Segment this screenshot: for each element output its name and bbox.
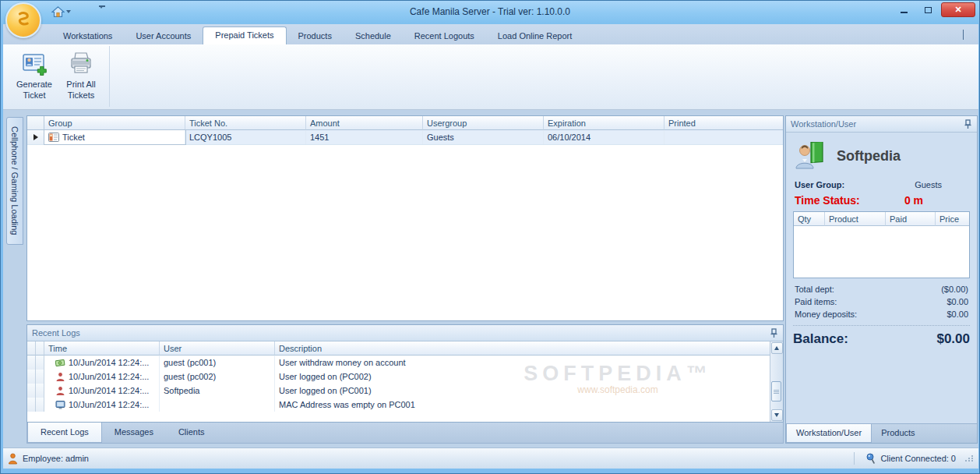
scroll-down-button[interactable] — [771, 409, 783, 421]
logs-tab-strip: Recent Logs Messages Clients — [26, 423, 784, 444]
tab-workstation-user[interactable]: Workstation/User — [786, 424, 872, 443]
generate-ticket-button[interactable]: Generate Ticket — [12, 48, 56, 105]
total-dept-label: Total dept: — [795, 285, 834, 294]
recent-logs-panel: Recent Logs Time User Description — [26, 324, 784, 423]
logs-header-selector-1 — [27, 341, 36, 356]
log-time: 10/Jun/2014 12:24:... — [69, 400, 149, 409]
cell-ticket-no[interactable]: LCQY1005 — [185, 130, 306, 144]
tickets-grid-header: Group Ticket No. Amount Usergroup Expira… — [27, 116, 783, 130]
log-description: User withdraw money on account — [275, 356, 770, 370]
maximize-icon — [925, 7, 932, 13]
tab-load-online-report[interactable]: Load Online Report — [486, 27, 583, 44]
employee-icon — [8, 453, 18, 465]
title-bar: Cafe Manila Server - Trial ver: 1.10.0.0… — [1, 1, 979, 24]
log-description: MAC Address was empty on PC001 — [275, 398, 770, 412]
print-all-tickets-label: Print All Tickets — [59, 80, 103, 101]
column-header-product[interactable]: Product — [825, 212, 886, 226]
collapse-ribbon-button[interactable] — [963, 30, 971, 38]
prepaid-tickets-grid: Group Ticket No. Amount Usergroup Expira… — [26, 115, 784, 321]
tab-cellphone-gaming-loading[interactable]: Cellphone / Gaming Loading — [6, 117, 23, 245]
user-products-table: Qty Product Paid Price — [793, 211, 970, 278]
ribbon-tab-strip: Workstations User Accounts Prepaid Ticke… — [3, 24, 978, 44]
close-icon: ✕ — [954, 5, 961, 14]
tab-recent-logs[interactable]: Recent Logs — [27, 423, 102, 443]
pin-icon[interactable] — [964, 119, 972, 129]
tab-prepaid-tickets[interactable]: Prepaid Tickets — [203, 27, 286, 44]
column-header-amount[interactable]: Amount — [306, 116, 423, 130]
row-arrow-icon — [33, 134, 38, 140]
minimize-icon — [901, 12, 908, 13]
log-user: guest (pc002) — [160, 370, 275, 384]
log-description: User logged on (PC001) — [275, 384, 770, 398]
maximize-button[interactable] — [917, 2, 939, 17]
scrollbar-track[interactable] — [770, 355, 783, 409]
list-item[interactable]: 10/Jun/2014 12:24:... guest (pc002) User… — [27, 370, 770, 384]
column-header-printed[interactable]: Printed — [664, 116, 783, 130]
column-header-time[interactable]: Time — [44, 341, 160, 356]
recent-logs-title-bar: Recent Logs — [27, 325, 783, 341]
list-item[interactable]: 10/Jun/2014 12:24:... MAC Address was em… — [27, 398, 770, 412]
time-status-label: Time Status: — [795, 194, 860, 207]
list-item[interactable]: 10/Jun/2014 12:24:... Softpedia User log… — [27, 384, 770, 398]
header-row-selector — [27, 116, 44, 130]
column-header-ticket-no[interactable]: Ticket No. — [185, 116, 306, 130]
recent-logs-title: Recent Logs — [32, 328, 80, 338]
user-group-label: User Group: — [795, 180, 844, 189]
money-deposits-value: $0.00 — [947, 310, 968, 319]
column-header-qty[interactable]: Qty — [794, 212, 825, 226]
cell-usergroup[interactable]: Guests — [423, 130, 544, 144]
paid-items-label: Paid items: — [795, 297, 837, 306]
workstation-panel-body: Softpedia User Group: Guests Time Status… — [786, 133, 977, 423]
logs-vertical-scrollbar[interactable] — [770, 341, 783, 422]
log-time: 10/Jun/2014 12:24:... — [69, 386, 149, 395]
cell-group-text: Ticket — [62, 133, 85, 142]
cell-amount[interactable]: 1451 — [306, 130, 423, 144]
minimize-button[interactable] — [893, 2, 915, 17]
balance-label: Balance: — [793, 331, 848, 347]
user-icon — [55, 372, 65, 382]
tab-products[interactable]: Products — [287, 27, 344, 44]
current-row-indicator — [27, 130, 44, 144]
tab-recent-logouts[interactable]: Recent Logouts — [403, 27, 486, 44]
column-header-description[interactable]: Description — [275, 341, 770, 356]
arrow-up-icon — [774, 346, 779, 350]
print-all-tickets-button[interactable]: Print All Tickets — [59, 48, 103, 105]
tab-messages[interactable]: Messages — [102, 423, 166, 443]
logs-header-selector-2 — [36, 341, 44, 356]
arrow-down-icon — [774, 413, 779, 417]
cell-expiration[interactable]: 06/10/2014 — [544, 130, 664, 144]
scrollbar-thumb[interactable] — [771, 381, 781, 401]
log-user — [160, 398, 275, 412]
column-header-paid[interactable]: Paid — [886, 212, 936, 226]
tab-clients[interactable]: Clients — [166, 423, 217, 443]
column-header-price[interactable]: Price — [936, 212, 969, 226]
column-header-group[interactable]: Group — [44, 116, 185, 130]
column-header-usergroup[interactable]: Usergroup — [423, 116, 544, 130]
time-status-value: 0 m — [904, 194, 923, 207]
column-header-expiration[interactable]: Expiration — [544, 116, 664, 130]
resize-grip[interactable] — [965, 455, 974, 462]
log-time: 10/Jun/2014 12:24:... — [69, 358, 149, 367]
list-item[interactable]: 10/Jun/2014 12:24:... guest (pc001) User… — [27, 356, 770, 370]
cell-group[interactable]: Ticket — [44, 130, 185, 144]
tab-user-accounts[interactable]: User Accounts — [124, 27, 203, 44]
tab-products-panel[interactable]: Products — [872, 424, 924, 443]
money-deposits-label: Money deposits: — [795, 310, 857, 319]
ribbon-body: Generate Ticket Print All Tickets — [3, 44, 978, 110]
user-avatar-icon — [795, 142, 826, 170]
column-header-user[interactable]: User — [160, 341, 275, 356]
table-row[interactable]: Ticket LCQY1005 1451 Guests 06/10/2014 — [27, 130, 783, 145]
connection-icon — [865, 453, 876, 465]
tab-workstations[interactable]: Workstations — [51, 27, 124, 44]
workstation-user-panel: Workstation/User — [785, 115, 978, 444]
tab-schedule[interactable]: Schedule — [344, 27, 403, 44]
pin-icon[interactable] — [770, 328, 778, 338]
close-button[interactable]: ✕ — [941, 2, 975, 17]
log-user: guest (pc001) — [160, 356, 275, 370]
app-logo-icon[interactable] — [5, 2, 41, 38]
total-dept-value: ($0.00) — [941, 285, 968, 294]
client-connected-status: Client Connected: 0 — [880, 454, 956, 463]
cell-printed[interactable] — [664, 130, 783, 144]
ribbon-group-tickets: Generate Ticket Print All Tickets — [6, 46, 110, 107]
scroll-up-button[interactable] — [771, 342, 783, 354]
